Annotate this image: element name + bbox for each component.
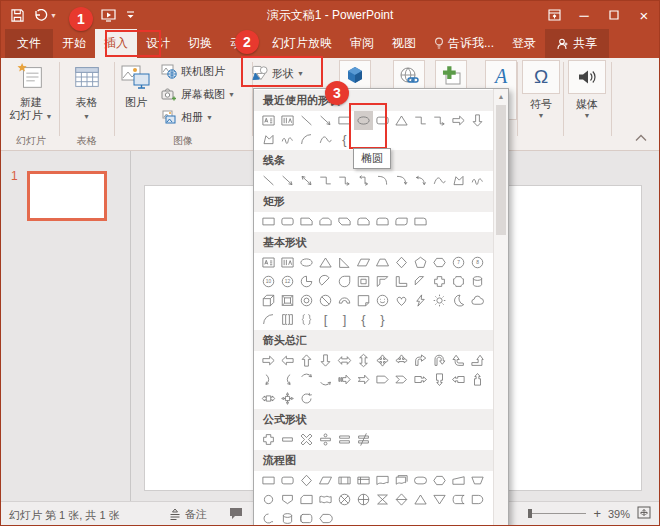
shape-stored-data-icon[interactable] — [449, 490, 468, 509]
shape-sequential-access-storage-icon[interactable] — [259, 509, 278, 526]
shape-not-equal-icon[interactable] — [354, 430, 373, 449]
picture-button[interactable]: 图片 — [117, 60, 155, 109]
shape-extract-icon[interactable] — [411, 490, 430, 509]
shape-round-single-corner-rectangle-icon[interactable] — [411, 212, 430, 231]
shape-triangle-icon[interactable] — [316, 253, 335, 272]
fit-to-window-icon[interactable] — [637, 506, 651, 521]
shape-document-icon[interactable] — [373, 471, 392, 490]
shape-bevel-icon[interactable] — [278, 291, 297, 310]
shape-data-icon[interactable] — [316, 471, 335, 490]
screenshot-dropdown-icon[interactable]: ▼ — [228, 91, 235, 98]
shape-elbow-arrow-connector-icon[interactable] — [430, 111, 449, 130]
shape-striped-right-arrow-icon[interactable] — [335, 370, 354, 389]
new-slide-button[interactable]: 新建幻灯片 ▼ — [3, 60, 59, 123]
shape-circular-arrow-icon[interactable] — [297, 389, 316, 408]
scroll-up-icon[interactable]: ▲ — [494, 89, 508, 104]
table-button[interactable]: 表格▼ — [60, 60, 113, 123]
media-group-button[interactable]: 媒体 ▼ — [565, 60, 609, 119]
shape-heptagon-icon[interactable]: 7 — [449, 253, 468, 272]
shape-right-arrow-callout-icon[interactable] — [411, 370, 430, 389]
shape-quad-arrow-icon[interactable] — [373, 351, 392, 370]
shape-left-right-arrow-callout-icon[interactable] — [259, 389, 278, 408]
new-slide-dropdown-icon[interactable]: ▼ — [46, 113, 53, 120]
shape-elbow-arrow-connector-icon[interactable] — [335, 171, 354, 190]
notes-toggle[interactable]: 备注 — [169, 507, 207, 522]
shape-teardrop-icon[interactable] — [335, 272, 354, 291]
shape-right-brace-icon[interactable]: } — [373, 310, 392, 329]
shape-donut-icon[interactable] — [297, 291, 316, 310]
shape-rectangle-icon[interactable] — [259, 212, 278, 231]
tab-insert[interactable]: 插入 — [95, 29, 137, 58]
tab-slide-show[interactable]: 幻灯片放映 — [263, 29, 341, 58]
shape-block-arc-icon[interactable] — [335, 291, 354, 310]
zoom-in-icon[interactable]: + — [593, 506, 601, 521]
shape-collate-icon[interactable] — [373, 490, 392, 509]
shape-internal-storage-icon[interactable] — [354, 471, 373, 490]
shape-u-turn-arrow-icon[interactable] — [430, 351, 449, 370]
shape-elbow-connector-icon[interactable] — [411, 111, 430, 130]
shape-elbow-connector-icon[interactable] — [316, 171, 335, 190]
shape-double-bracket-icon[interactable] — [278, 310, 297, 329]
tab-tell-me[interactable]: 告诉我... — [425, 29, 503, 58]
shape-pie-icon[interactable] — [297, 272, 316, 291]
shape-bent-up-arrow-icon[interactable] — [468, 351, 487, 370]
shape-oval-icon[interactable] — [297, 253, 316, 272]
shape-right-bracket-icon[interactable]: ] — [335, 310, 354, 329]
tab-design[interactable]: 设计 — [137, 29, 179, 58]
shape-double-arrow-icon[interactable] — [297, 171, 316, 190]
shape-no-symbol-icon[interactable] — [316, 291, 335, 310]
shape-freeform-icon[interactable] — [449, 171, 468, 190]
shape-hexagon-icon[interactable] — [430, 253, 449, 272]
shape-or-icon[interactable] — [354, 490, 373, 509]
shape-plaque-icon[interactable] — [449, 272, 468, 291]
shape-half-frame-icon[interactable] — [373, 272, 392, 291]
online-pictures-button[interactable]: 联机图片 — [161, 60, 225, 82]
shape-sort-icon[interactable] — [392, 490, 411, 509]
shape-round-same-side-corners-rectangle-icon[interactable] — [373, 212, 392, 231]
shape-rounded-rectangle-icon[interactable] — [278, 212, 297, 231]
shape-card-icon[interactable] — [297, 490, 316, 509]
shape-down-arrow-callout-icon[interactable] — [430, 370, 449, 389]
shape-up-arrow-callout-icon[interactable] — [468, 370, 487, 389]
shape-snip-and-round-single-corner-rectangle-icon[interactable] — [354, 212, 373, 231]
close-icon[interactable]: × — [629, 1, 659, 29]
shape-delay-icon[interactable] — [468, 490, 487, 509]
shape-text-box-icon[interactable] — [259, 111, 278, 130]
shape-moon-icon[interactable] — [449, 291, 468, 310]
shape-snip-single-corner-rectangle-icon[interactable] — [297, 212, 316, 231]
shapes-button[interactable]: 形状 ▼ — [247, 61, 308, 85]
shape-punched-tape-icon[interactable] — [316, 490, 335, 509]
shape-curve-icon[interactable] — [316, 130, 335, 149]
shape-scribble-icon[interactable] — [468, 171, 487, 190]
shape-curved-left-arrow-icon[interactable] — [278, 370, 297, 389]
shape-pentagon-icon[interactable] — [411, 253, 430, 272]
shape-left-arrow-icon[interactable] — [278, 351, 297, 370]
shape-up-arrow-icon[interactable] — [297, 351, 316, 370]
shape-parallelogram-icon[interactable] — [354, 253, 373, 272]
shape-arc-icon[interactable] — [259, 310, 278, 329]
photo-album-dropdown-icon[interactable]: ▼ — [206, 114, 213, 121]
tab-home[interactable]: 开始 — [53, 29, 95, 58]
shape-cloud-icon[interactable] — [468, 291, 487, 310]
screenshot-button[interactable]: 屏幕截图 ▼ — [161, 83, 235, 105]
zoom-slider-thumb[interactable] — [528, 509, 532, 518]
shape-diagonal-stripe-icon[interactable] — [411, 272, 430, 291]
shape-curve-icon[interactable] — [430, 171, 449, 190]
shape-line-icon[interactable] — [259, 171, 278, 190]
shape-curved-down-arrow-icon[interactable] — [297, 370, 316, 389]
shape-preparation-icon[interactable] — [430, 471, 449, 490]
shape-direct-access-storage-icon[interactable] — [297, 509, 316, 526]
tab-share[interactable]: 共享 — [545, 29, 609, 58]
shape-triangle-icon[interactable] — [392, 111, 411, 130]
ribbon-display-options-icon[interactable] — [539, 1, 569, 29]
tab-transitions[interactable]: 切换 — [179, 29, 221, 58]
shape-rectangle-icon[interactable] — [335, 111, 354, 130]
shape-vertical-text-box-icon[interactable] — [278, 111, 297, 130]
shape-manual-input-icon[interactable] — [449, 471, 468, 490]
shape-down-arrow-icon[interactable] — [316, 351, 335, 370]
shape-arrow-icon[interactable] — [278, 171, 297, 190]
collapse-ribbon-icon[interactable] — [635, 128, 647, 146]
shape-scribble-icon[interactable] — [278, 130, 297, 149]
shape-terminator-icon[interactable] — [411, 471, 430, 490]
shape-text-box-icon[interactable] — [259, 253, 278, 272]
